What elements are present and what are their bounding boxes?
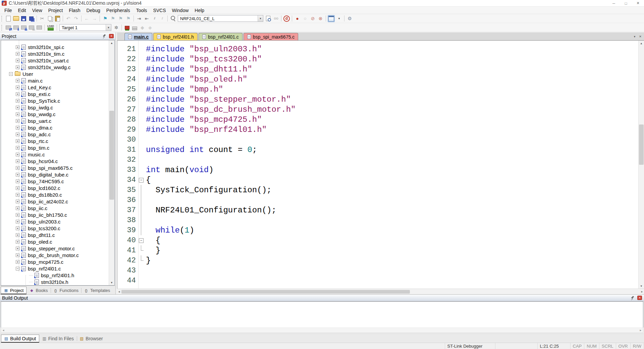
save-all-icon[interactable] bbox=[28, 15, 35, 22]
document-tab-bsp_nrf24l01-c[interactable]: bsp_nrf24l01.c bbox=[199, 33, 243, 40]
file-extensions-icon[interactable] bbox=[123, 24, 130, 31]
bottom-tab-browser[interactable]: ▧Browser bbox=[77, 335, 106, 343]
tree-item[interactable]: +bsp_stepper_motor.c bbox=[1, 245, 108, 252]
disable-breakpoint-icon[interactable] bbox=[309, 15, 316, 22]
redo-icon[interactable] bbox=[72, 15, 79, 22]
scroll-right-icon[interactable]: ► bbox=[641, 290, 643, 293]
tree-item[interactable]: +bsp_exti.c bbox=[1, 91, 108, 97]
panel-tab-project[interactable]: ▦Project bbox=[1, 287, 26, 294]
tree-item[interactable]: +bsp_SysTick.c bbox=[1, 97, 108, 104]
pack-icon[interactable] bbox=[147, 24, 154, 31]
tree-item[interactable]: +bsp_digital_tube.c bbox=[1, 171, 108, 178]
tree-item[interactable]: +bsp_tim.c bbox=[1, 144, 108, 151]
scroll-up-icon[interactable]: ▲ bbox=[109, 40, 114, 46]
document-tab-bsp_nrf24l01-h[interactable]: bsp_nrf24l01.h bbox=[153, 33, 198, 40]
target-combo[interactable]: Target 1▾ bbox=[59, 24, 111, 31]
indent-left-icon[interactable] bbox=[143, 15, 150, 22]
menu-peripherals[interactable]: Peripherals bbox=[103, 7, 133, 14]
tree-item[interactable]: +bsp_spi_max6675.c bbox=[1, 164, 108, 171]
scroll-right-icon[interactable]: ► bbox=[639, 329, 642, 332]
scroll-up-icon[interactable]: ▲ bbox=[639, 41, 644, 46]
tree-item[interactable]: +bsp_lcd1602.c bbox=[1, 185, 108, 191]
dropdown-arrow-icon[interactable]: ▾ bbox=[106, 24, 111, 31]
comment-icon[interactable] bbox=[151, 15, 158, 22]
build-output-scrollbar[interactable]: ◄ ► bbox=[1, 328, 643, 333]
close-button[interactable]: ✕ bbox=[632, 0, 644, 6]
panel-tab-books[interactable]: ◆Books bbox=[26, 287, 50, 294]
cut-icon[interactable] bbox=[39, 15, 46, 22]
maximize-button[interactable]: □ bbox=[620, 0, 632, 6]
tree-item[interactable]: +bsp_dc_brush_motor.c bbox=[1, 252, 108, 258]
rebuild-icon[interactable] bbox=[20, 24, 27, 31]
tree-item[interactable]: bsp_nrf24l01.h bbox=[1, 272, 108, 279]
menu-view[interactable]: View bbox=[29, 7, 45, 14]
minimize-button[interactable]: ─ bbox=[608, 0, 620, 6]
target-options-icon[interactable] bbox=[113, 24, 120, 31]
close-panel-icon[interactable]: ✕ bbox=[109, 34, 114, 38]
tree-item[interactable]: stm32f10x.h bbox=[1, 279, 108, 285]
nav-forward-icon[interactable] bbox=[91, 15, 98, 22]
indent-right-icon[interactable] bbox=[136, 15, 143, 22]
tree-item[interactable]: +stm32f10x_spi.c bbox=[1, 44, 108, 50]
tree-item[interactable]: +bsp_rtc.c bbox=[1, 138, 108, 144]
panel-tab-functions[interactable]: {}Functions bbox=[51, 287, 81, 294]
scrollbar-thumb[interactable] bbox=[109, 111, 114, 200]
tree-vertical-scrollbar[interactable]: ▲▼ bbox=[109, 40, 114, 285]
copy-icon[interactable] bbox=[46, 15, 53, 22]
nav-back-icon[interactable] bbox=[83, 15, 90, 22]
debug-windows-dropdown-icon[interactable] bbox=[335, 15, 342, 22]
configure-icon[interactable] bbox=[346, 15, 353, 22]
bottom-tab-find-in-files[interactable]: ▥Find In Files bbox=[39, 335, 77, 343]
tree-item[interactable]: +bsp_adc.c bbox=[1, 131, 108, 138]
tree-item[interactable]: +bsp_hcsr04.c bbox=[1, 158, 108, 164]
menu-svcs[interactable]: SVCS bbox=[150, 7, 169, 14]
tree-item[interactable]: +bsp_wwdg.c bbox=[1, 111, 108, 117]
tree-item[interactable]: +bsp_iwdg.c bbox=[1, 104, 108, 111]
project-tree[interactable]: +stm32f10x_spi.c+stm32f10x_tim.c+stm32f1… bbox=[1, 40, 115, 286]
bookmark-next-icon[interactable] bbox=[117, 15, 124, 22]
tree-item[interactable]: +bsp_iic_bh1750.c bbox=[1, 211, 108, 218]
dropdown-arrow-icon[interactable]: ▾ bbox=[258, 15, 263, 21]
environment-icon[interactable] bbox=[139, 24, 146, 31]
stop-build-icon[interactable] bbox=[36, 24, 43, 31]
tree-item[interactable]: −User bbox=[1, 70, 108, 77]
build-output-content[interactable] bbox=[1, 301, 643, 328]
menu-file[interactable]: File bbox=[1, 7, 15, 14]
scroll-down-icon[interactable]: ▼ bbox=[109, 280, 114, 285]
binoculars-icon[interactable] bbox=[272, 15, 279, 22]
tree-item[interactable]: +bsp_dma.c bbox=[1, 124, 108, 131]
undo-icon[interactable] bbox=[65, 15, 72, 22]
close-panel-icon[interactable]: ✕ bbox=[637, 296, 642, 300]
editor-horizontal-scrollbar[interactable]: ◄ ► bbox=[117, 289, 644, 294]
scroll-left-icon[interactable]: ◄ bbox=[2, 329, 5, 332]
menu-edit[interactable]: Edit bbox=[15, 7, 29, 14]
scroll-left-icon[interactable]: ◄ bbox=[118, 290, 120, 293]
debug-windows-icon[interactable] bbox=[328, 15, 335, 22]
tree-item[interactable]: +bsp_dht11.c bbox=[1, 232, 108, 238]
enable-breakpoint-icon[interactable] bbox=[302, 15, 309, 22]
menu-help[interactable]: Help bbox=[192, 7, 207, 14]
scrollbar-thumb[interactable] bbox=[639, 124, 644, 165]
panel-tab-templates[interactable]: {}Templates bbox=[81, 287, 113, 294]
tree-item[interactable]: +bsp_ds18b20.c bbox=[1, 191, 108, 198]
manage-components-icon[interactable] bbox=[131, 24, 138, 31]
open-folder-icon[interactable] bbox=[12, 15, 19, 22]
kill-breakpoints-icon[interactable] bbox=[317, 15, 324, 22]
tree-item[interactable]: +Led_Key.c bbox=[1, 84, 108, 91]
find-in-files-icon[interactable] bbox=[265, 15, 272, 22]
uncomment-icon[interactable] bbox=[159, 15, 166, 22]
paste-icon[interactable] bbox=[54, 15, 61, 22]
scroll-down-icon[interactable]: ▼ bbox=[639, 283, 644, 289]
menu-debug[interactable]: Debug bbox=[84, 7, 103, 14]
menu-window[interactable]: Window bbox=[169, 7, 192, 14]
tree-item[interactable]: +bsp_uln2003.c bbox=[1, 218, 108, 225]
download-flash-icon[interactable]: LOAD bbox=[46, 24, 55, 31]
fold-collapse-icon[interactable] bbox=[136, 235, 146, 245]
tree-item[interactable]: +bsp_oled.c bbox=[1, 238, 108, 245]
bottom-tab-build-output[interactable]: ▤Build Output bbox=[1, 335, 39, 343]
tree-item[interactable]: +bsp_tcs3200.c bbox=[1, 225, 108, 232]
save-icon[interactable] bbox=[20, 15, 27, 22]
tree-item[interactable]: +main.c bbox=[1, 77, 108, 84]
insert-breakpoint-icon[interactable] bbox=[294, 15, 301, 22]
menu-flash[interactable]: Flash bbox=[66, 7, 83, 14]
